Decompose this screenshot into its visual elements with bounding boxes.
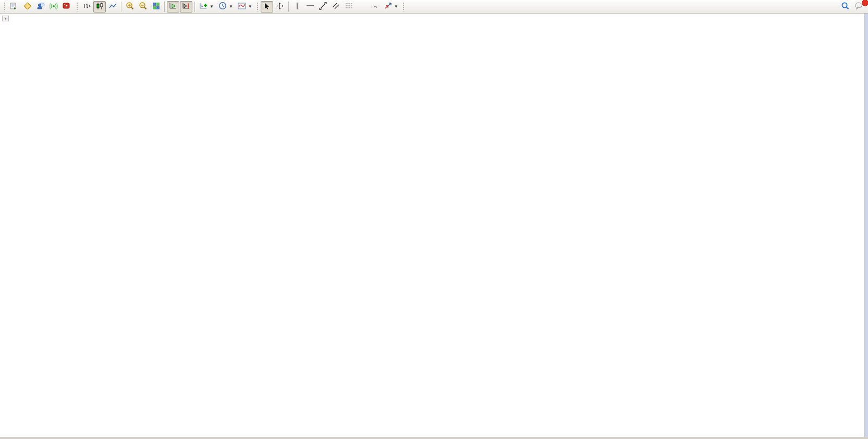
chart-shift-icon <box>182 2 190 11</box>
toolbar-separator <box>164 2 165 12</box>
toolbar-separator <box>194 2 195 12</box>
user-cloud-icon <box>36 2 45 11</box>
trendline-button[interactable] <box>317 1 329 12</box>
bar-chart-button[interactable] <box>80 1 93 12</box>
zoom-out-icon <box>139 2 147 11</box>
right-edge-strip <box>864 14 868 439</box>
line-chart-icon <box>109 2 117 11</box>
tile-windows-button[interactable] <box>150 1 162 12</box>
zoom-in-button[interactable] <box>124 1 136 12</box>
text-button[interactable] <box>356 1 369 12</box>
chevron-down-icon: ▼ <box>229 4 233 9</box>
auto-scroll-icon <box>169 2 177 11</box>
zoom-in-icon <box>126 2 134 11</box>
bottom-edge-strip <box>0 437 868 439</box>
cursor-button[interactable] <box>261 1 273 12</box>
chart-area[interactable]: ▼ <box>0 14 868 439</box>
horizontal-line-icon <box>306 2 314 11</box>
text-label-button[interactable] <box>369 1 382 12</box>
auto-scroll-button[interactable] <box>167 1 179 12</box>
template-icon <box>238 2 246 11</box>
vertical-line-button[interactable] <box>291 1 303 12</box>
periods-button[interactable]: ▼ <box>216 1 235 12</box>
toolbar-separator <box>288 2 289 12</box>
indicators-button[interactable]: ▼ <box>197 1 216 12</box>
community-button[interactable] <box>34 1 47 12</box>
candlestick-chart-button[interactable] <box>93 1 106 12</box>
tile-windows-icon <box>152 2 160 11</box>
mt4-window: ▼ ▼ ▼ <box>0 0 868 439</box>
chevron-down-icon: ▼ <box>248 4 252 9</box>
line-chart-button[interactable] <box>106 1 119 12</box>
toolbar-separator <box>121 2 121 12</box>
new-order-icon <box>10 2 17 11</box>
label-tool-icon <box>374 6 377 7</box>
trendline-icon <box>319 2 327 11</box>
toolbar-drag-handle[interactable] <box>402 2 405 11</box>
signals-button[interactable] <box>47 1 60 12</box>
chevron-down-icon: ▼ <box>394 4 398 9</box>
market-watch-button[interactable] <box>21 1 34 12</box>
chart-canvas[interactable] <box>0 14 868 439</box>
toolbar-drag-handle[interactable] <box>256 2 259 11</box>
bar-chart-icon <box>83 2 91 11</box>
signal-icon <box>50 2 58 11</box>
arrows-icon <box>384 2 392 11</box>
crosshair-icon <box>276 2 284 11</box>
chart-shift-button[interactable] <box>180 1 192 12</box>
templates-button[interactable]: ▼ <box>236 1 254 12</box>
horizontal-line-button[interactable] <box>304 1 316 12</box>
fibonacci-icon <box>345 2 353 11</box>
search-icon <box>841 2 850 12</box>
fibonacci-button[interactable] <box>343 1 356 12</box>
toolbar-drag-handle[interactable] <box>76 2 78 11</box>
notifications-button[interactable] <box>852 1 866 12</box>
crosshair-button[interactable] <box>274 1 286 12</box>
channel-icon <box>332 2 339 11</box>
cursor-icon <box>263 2 271 11</box>
zoom-out-button[interactable] <box>137 1 149 12</box>
arrows-button[interactable]: ▼ <box>382 1 400 12</box>
equidistant-channel-button[interactable] <box>330 1 343 12</box>
toolbar-drag-handle[interactable] <box>4 2 6 11</box>
toolbar: ▼ ▼ ▼ <box>0 0 868 14</box>
vertical-line-icon <box>294 2 300 11</box>
search-button[interactable] <box>839 1 852 12</box>
notification-count-badge <box>862 0 868 6</box>
new-order-button[interactable] <box>8 1 21 12</box>
auto-trading-icon <box>63 2 70 11</box>
candlestick-chart-icon <box>96 2 104 11</box>
auto-trading-button[interactable] <box>60 1 74 12</box>
chevron-down-icon: ▼ <box>210 4 214 9</box>
clock-icon <box>218 2 227 11</box>
gold-tag-icon <box>23 2 32 11</box>
indicators-icon <box>199 2 207 11</box>
